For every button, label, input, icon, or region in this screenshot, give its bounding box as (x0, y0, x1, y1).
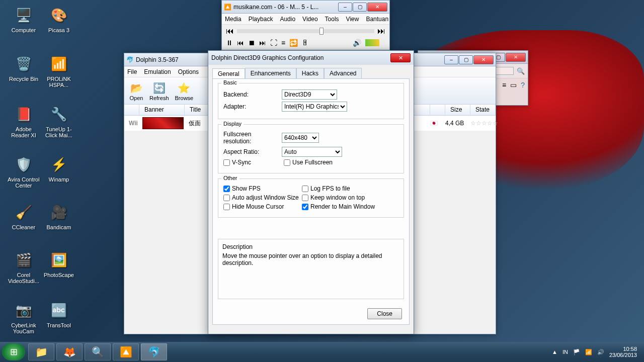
vlc-menubar: MediaPlaybackAudioVideoToolsViewBantuan (222, 14, 389, 25)
rendermain-label: Render to Main Window (310, 203, 375, 210)
tab-enhancements[interactable]: Enhancements (245, 68, 296, 78)
refresh-icon: 🔄 (152, 81, 166, 95)
desktop-icon-photoscape[interactable]: 🖼️PhotoScape (41, 249, 76, 278)
col-size[interactable]: Size (445, 105, 470, 115)
tray-flag-icon[interactable]: 🏳️ (573, 349, 580, 355)
app-icon: 📷 (13, 299, 35, 321)
menu-video[interactable]: Video (302, 16, 317, 23)
clock-date[interactable]: 23/06/2013 (609, 352, 637, 358)
menu-options[interactable]: Options (178, 68, 199, 75)
desktop-icon-ccleaner[interactable]: 🧹CCleaner (6, 201, 41, 230)
backend-label: Backend: (223, 91, 279, 98)
logfps-checkbox[interactable] (302, 186, 308, 192)
taskbar-item-1[interactable]: 🦊 (56, 343, 83, 360)
minimize-button[interactable]: – (444, 55, 458, 64)
volume-icon[interactable]: 🔊 (353, 39, 361, 47)
desktop-icon-avira-control-center[interactable]: 🛡️Avira Control Center (6, 153, 41, 189)
stop-button[interactable]: ⏹ (248, 39, 255, 47)
menu-view[interactable]: View (346, 16, 359, 23)
desktop-icon-winamp[interactable]: ⚡Winamp (41, 153, 76, 183)
prev-chapter-icon[interactable]: ⏮ (226, 27, 234, 36)
close-button[interactable]: ✕ (506, 53, 526, 62)
close-button[interactable]: Close (367, 308, 402, 319)
next-button[interactable]: ⏭ (259, 39, 266, 47)
tray-expand-icon[interactable]: ▲ (552, 349, 557, 355)
menu-emulation[interactable]: Emulation (144, 68, 171, 75)
taskbar-item-3[interactable]: 🔼 (113, 343, 139, 360)
help-icon[interactable]: ? (521, 81, 525, 89)
desktop-icon-corel-videostudi-[interactable]: 🎬Corel VideoStudi... (6, 249, 41, 284)
tab-advanced[interactable]: Advanced (324, 68, 362, 78)
taskbar-item-2[interactable]: 🔍 (85, 343, 111, 360)
autoadjust-checkbox[interactable] (223, 195, 230, 201)
next-chapter-icon[interactable]: ⏭ (377, 27, 385, 36)
vlc-titlebar[interactable]: 🔼 musikane.com - 06 - M... 5 - L... – ▢ … (222, 1, 389, 14)
menu-bantuan[interactable]: Bantuan (366, 16, 388, 23)
views-icon[interactable]: ≡ (502, 81, 506, 89)
start-button[interactable]: ⊞ (2, 343, 25, 360)
group-label: Basic (221, 79, 239, 85)
prev-button[interactable]: ⏮ (237, 39, 244, 47)
menu-media[interactable]: Media (225, 16, 242, 23)
volume-slider[interactable] (365, 39, 385, 46)
seek-slider[interactable] (237, 29, 374, 33)
menu-file[interactable]: File (127, 68, 137, 75)
icon-label: PROLiNK HSPA... (41, 76, 76, 88)
taskbar-item-0[interactable]: 📁 (28, 343, 54, 360)
search-icon[interactable]: 🔍 (517, 67, 525, 75)
minimize-button[interactable]: – (338, 3, 352, 12)
panel-icon[interactable]: ▭ (510, 81, 517, 89)
desktop-icon-cyberlink-youcam[interactable]: 📷CyberLink YouCam (6, 299, 41, 334)
toolbar-refresh[interactable]: 🔄Refresh (149, 81, 169, 101)
backend-select[interactable]: Direct3D9 (282, 89, 337, 100)
close-button[interactable]: ✕ (367, 3, 387, 12)
hidecursor-checkbox[interactable] (223, 204, 230, 210)
desktop-icon-picasa-3[interactable]: 🎨Picasa 3 (41, 4, 76, 33)
desktop-icon-adobe-reader-xi[interactable]: 📕Adobe Reader XI (6, 103, 41, 138)
fullscreen-icon[interactable]: ⛶ (270, 39, 277, 47)
playlist-icon[interactable]: ≡ (281, 39, 285, 47)
language-indicator[interactable]: IN (562, 349, 568, 355)
display-group: Display Fullscreen resolution: 640x480 A… (218, 124, 404, 173)
menu-tools[interactable]: Tools (325, 16, 339, 23)
toolbar-open[interactable]: 📂Open (129, 81, 143, 101)
desktop-icon-prolink-hspa-[interactable]: 📶PROLiNK HSPA... (41, 53, 76, 88)
desktop-icon-tuneup-1-click-mai-[interactable]: 🔧TuneUp 1-Click Mai... (41, 103, 76, 138)
usefullscreen-checkbox[interactable] (284, 159, 290, 166)
desktop-icon-bandicam[interactable]: 🎥Bandicam (41, 201, 76, 230)
desktop-icon-computer[interactable]: 🖥️Computer (6, 4, 41, 33)
aspect-select[interactable]: Auto (282, 147, 342, 157)
toolbar-browse[interactable]: ⭐Browse (175, 81, 194, 101)
desktop-icon-transtool[interactable]: 🔤TransTool (41, 299, 76, 328)
vsync-checkbox[interactable] (223, 159, 230, 166)
adapter-select[interactable]: Intel(R) HD Graphics (282, 102, 347, 112)
usefullscreen-label: Use Fullscreen (292, 159, 333, 166)
col-banner[interactable]: Banner (139, 105, 185, 115)
dialog-titlebar[interactable]: Dolphin Direct3D9 Graphics Configuration… (208, 51, 414, 65)
close-button[interactable]: ✕ (473, 55, 494, 64)
menu-playback[interactable]: Playback (249, 16, 273, 23)
tab-general[interactable]: General (212, 68, 245, 79)
tray-volume-icon[interactable]: 🔊 (597, 349, 604, 355)
dialog-close-button[interactable]: ✕ (390, 53, 411, 62)
tab-hacks[interactable]: Hacks (296, 68, 324, 78)
fullres-select[interactable]: 640x480 (282, 133, 319, 143)
menu-audio[interactable]: Audio (280, 16, 295, 23)
desktop-icon-recycle-bin[interactable]: 🗑️Recycle Bin (6, 53, 41, 82)
taskbar-item-4[interactable]: 🐬 (141, 343, 167, 360)
showfps-checkbox[interactable] (223, 186, 230, 192)
maximize-button[interactable]: ▢ (459, 55, 473, 64)
maximize-button[interactable]: ▢ (353, 3, 367, 12)
tray-network-icon[interactable]: 📶 (585, 349, 592, 355)
icon-label: CyberLink YouCam (6, 322, 41, 334)
keepontop-checkbox[interactable] (302, 195, 308, 201)
loop-icon[interactable]: 🔁 (289, 39, 298, 47)
pause-button[interactable]: ⏸ (226, 39, 233, 47)
col-state[interactable]: State (470, 105, 496, 115)
equalizer-icon[interactable]: 🎚 (302, 39, 309, 47)
clock-time[interactable]: 10:58 (609, 346, 637, 352)
rendermain-checkbox[interactable] (302, 204, 308, 210)
dialog-title: Dolphin Direct3D9 Graphics Configuration (211, 54, 324, 61)
app-icon: 🖼️ (48, 249, 70, 271)
system-tray[interactable]: ▲ IN 🏳️ 📶 🔊 10:58 23/06/2013 (552, 346, 642, 358)
